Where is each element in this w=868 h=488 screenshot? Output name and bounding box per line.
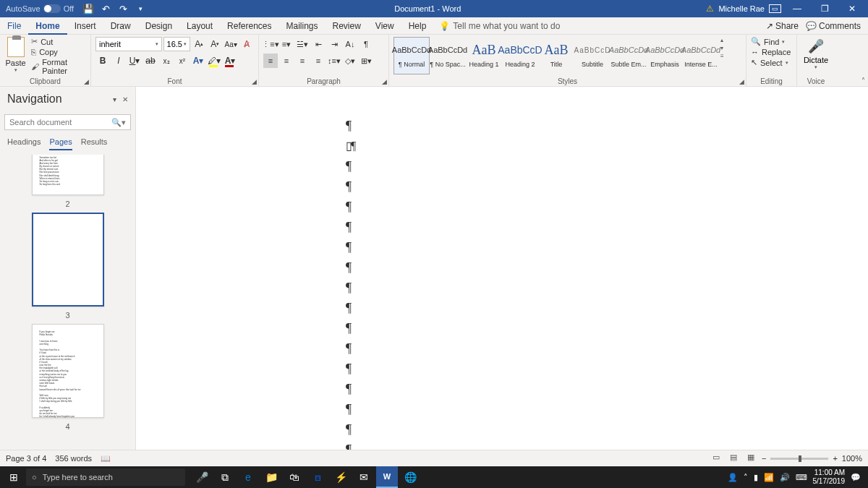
page-thumbnail[interactable]: If you forget mePablo NerudaI want you t… — [32, 324, 104, 418]
people-icon[interactable]: 👤 — [728, 473, 738, 482]
customize-qat-icon[interactable]: ▾ — [132, 5, 149, 12]
find-button[interactable]: 🔍Find▾ — [751, 37, 792, 46]
tab-mailings[interactable]: Mailings — [278, 17, 325, 35]
search-icon[interactable]: 🔍▾ — [111, 118, 126, 127]
superscript-button[interactable]: x² — [175, 53, 190, 68]
zoom-level[interactable]: 100% — [842, 454, 862, 463]
maximize-button[interactable]: ❐ — [813, 4, 836, 14]
text-effects-button[interactable]: A▾ — [191, 53, 205, 68]
replace-button[interactable]: ↔Replace — [751, 48, 792, 56]
line-spacing-button[interactable]: ↕≡▾ — [327, 53, 341, 68]
close-button[interactable]: ✕ — [841, 4, 864, 14]
sort-button[interactable]: A↓ — [343, 37, 357, 51]
edge-icon[interactable]: e — [237, 466, 259, 488]
taskbar-search[interactable]: ○ Type here to search — [26, 468, 185, 486]
web-layout-icon[interactable]: ▦ — [744, 453, 757, 464]
chevron-down-icon[interactable]: ▾ — [14, 67, 17, 73]
tab-insert[interactable]: Insert — [67, 17, 103, 35]
page-thumbnail[interactable]: Sonnet 18: Shall I compare thee to a sum… — [32, 155, 104, 195]
borders-button[interactable]: ⊞▾ — [359, 53, 373, 68]
style-emphasis[interactable]: AaBbCcDdEmphasis — [647, 37, 683, 74]
style-heading-2[interactable]: AaBbCcDHeading 2 — [502, 37, 538, 74]
nav-tab-pages[interactable]: Pages — [49, 137, 72, 150]
tab-review[interactable]: Review — [326, 17, 368, 35]
nav-search-input[interactable]: Search document 🔍▾ — [4, 114, 131, 130]
nav-close-icon[interactable]: ✕ — [122, 95, 128, 103]
read-mode-icon[interactable]: ▭ — [710, 453, 723, 464]
zoom-out-button[interactable]: − — [762, 454, 766, 463]
bold-button[interactable]: B — [95, 53, 110, 68]
autosave-toggle[interactable]: AutoSave Off — [0, 4, 80, 13]
styles-more-button[interactable]: ▴▾≡ — [719, 37, 729, 59]
store-icon[interactable]: 🛍 — [284, 466, 305, 488]
paste-button[interactable]: Paste ▾ — [4, 37, 27, 75]
mail-icon[interactable]: ✉ — [353, 466, 375, 488]
dropbox-icon[interactable]: ⧈ — [307, 466, 328, 488]
align-center-button[interactable]: ≡ — [279, 53, 294, 68]
select-button[interactable]: ↖Select▾ — [751, 58, 792, 67]
dictate-button[interactable]: 🎤 Dictate ▾ — [801, 37, 830, 70]
explorer-icon[interactable]: 📁 — [260, 466, 282, 488]
minimize-button[interactable]: — — [786, 4, 809, 14]
highlight-button[interactable]: 🖊▾ — [207, 53, 221, 68]
notifications-icon[interactable]: 💬 — [851, 473, 861, 482]
nav-tab-headings[interactable]: Headings — [7, 137, 41, 150]
shading-button[interactable]: ◇▾ — [343, 53, 357, 68]
toggle-switch[interactable] — [43, 4, 61, 13]
underline-button[interactable]: U▾ — [127, 53, 142, 68]
word-icon[interactable]: W — [376, 466, 398, 488]
grow-font-button[interactable]: A▴ — [192, 37, 206, 51]
wifi-icon[interactable]: 📶 — [764, 473, 774, 482]
tab-layout[interactable]: Layout — [179, 17, 220, 35]
style-heading-1[interactable]: AaBHeading 1 — [466, 37, 502, 74]
italic-button[interactable]: I — [111, 53, 126, 68]
battery-icon[interactable]: ▮ — [754, 473, 758, 482]
undo-icon[interactable]: ↶ — [97, 4, 114, 14]
print-layout-icon[interactable]: ▤ — [727, 453, 740, 464]
mic-icon[interactable]: 🎤 — [191, 466, 213, 488]
nav-menu-icon[interactable]: ▾ — [113, 95, 116, 103]
tab-design[interactable]: Design — [138, 17, 179, 35]
style-subtle-em---[interactable]: AaBbCcDdSubtle Em... — [610, 37, 647, 74]
style-subtitle[interactable]: AaBbCcDSubtitle — [574, 37, 610, 74]
collapse-ribbon-icon[interactable]: ˄ — [861, 77, 865, 85]
increase-indent-button[interactable]: ⇥ — [327, 37, 341, 51]
cut-button[interactable]: ✂Cut — [31, 37, 86, 46]
page-thumbnail[interactable] — [32, 213, 104, 307]
style-intense-e---[interactable]: AaBbCcDdIntense E... — [683, 37, 719, 74]
tab-help[interactable]: Help — [401, 17, 434, 35]
tab-view[interactable]: View — [368, 17, 401, 35]
shrink-font-button[interactable]: A▾ — [208, 37, 222, 51]
strikethrough-button[interactable]: ab — [143, 53, 158, 68]
save-icon[interactable]: 💾 — [80, 4, 97, 14]
font-name-select[interactable]: inherit▾ — [95, 37, 162, 51]
page-indicator[interactable]: Page 3 of 4 — [6, 454, 46, 463]
word-count[interactable]: 356 words — [55, 454, 92, 463]
ribbon-display-icon[interactable]: ▭ — [769, 4, 781, 13]
dialog-launcher-icon[interactable]: ◢ — [84, 78, 89, 85]
tab-home[interactable]: Home — [28, 17, 67, 35]
change-case-button[interactable]: Aa▾ — [224, 37, 238, 51]
comments-button[interactable]: 💬 Comments — [806, 21, 861, 31]
start-button[interactable]: ⊞ — [3, 466, 25, 488]
tab-references[interactable]: References — [220, 17, 278, 35]
task-view-icon[interactable]: ⧉ — [214, 466, 236, 488]
style---no-spac---[interactable]: AaBbCcDd¶ No Spac... — [430, 37, 466, 74]
clock[interactable]: 11:00 AM 5/17/2019 — [813, 468, 846, 486]
user-name[interactable]: Michelle Rae — [718, 4, 765, 13]
zoom-slider[interactable] — [770, 458, 828, 460]
subscript-button[interactable]: x₂ — [159, 53, 174, 68]
zoom-in-button[interactable]: + — [833, 454, 837, 463]
align-left-button[interactable]: ≡ — [263, 53, 278, 68]
format-painter-button[interactable]: 🖌Format Painter — [31, 58, 86, 75]
tell-me-search[interactable]: 💡 Tell me what you want to do — [439, 21, 560, 31]
justify-button[interactable]: ≡ — [311, 53, 326, 68]
spell-check-icon[interactable]: 📖 — [101, 454, 111, 463]
volume-icon[interactable]: 🔊 — [780, 473, 790, 482]
dialog-launcher-icon[interactable]: ◢ — [739, 78, 744, 85]
chevron-down-icon[interactable]: ▾ — [184, 41, 187, 47]
tab-draw[interactable]: Draw — [103, 17, 138, 35]
language-icon[interactable]: ⌨ — [796, 473, 807, 482]
app-icon[interactable]: ⚡ — [330, 466, 352, 488]
bullets-button[interactable]: ⋮≡▾ — [263, 37, 278, 51]
